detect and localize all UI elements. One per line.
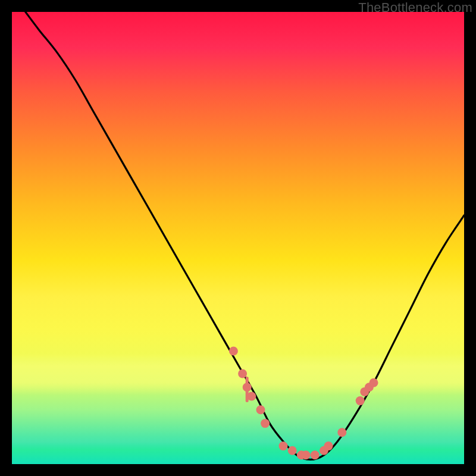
data-point — [311, 450, 320, 459]
watermark-text: TheBottleneck.com — [358, 0, 472, 15]
data-point — [356, 396, 365, 405]
data-point — [261, 419, 270, 428]
data-point — [288, 446, 297, 455]
data-point — [369, 378, 378, 387]
data-point — [238, 369, 247, 378]
data-point — [324, 441, 333, 450]
chart-svg — [12, 12, 464, 464]
data-point — [279, 441, 288, 450]
data-point — [229, 347, 238, 356]
data-points — [229, 347, 378, 460]
data-point — [337, 428, 346, 437]
data-point — [256, 405, 265, 414]
chart-frame — [12, 12, 464, 464]
bottleneck-curve — [26, 12, 464, 459]
data-point — [302, 450, 311, 459]
